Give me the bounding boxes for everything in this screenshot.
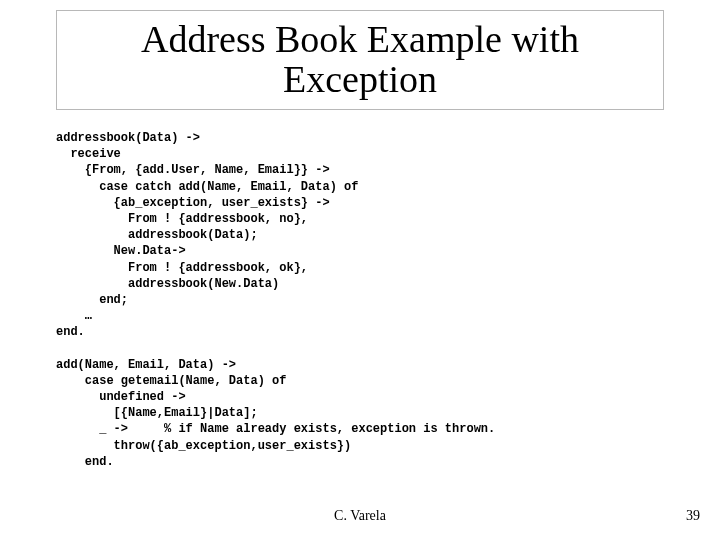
footer-author: C. Varela <box>0 508 720 524</box>
slide-title-line1: Address Book Example with <box>57 20 663 60</box>
page-number: 39 <box>686 508 700 524</box>
slide-title-box: Address Book Example with Exception <box>56 10 664 110</box>
code-listing: addressbook(Data) -> receive {From, {add… <box>56 130 676 470</box>
slide-title-line2: Exception <box>57 60 663 100</box>
slide: Address Book Example with Exception addr… <box>0 0 720 540</box>
